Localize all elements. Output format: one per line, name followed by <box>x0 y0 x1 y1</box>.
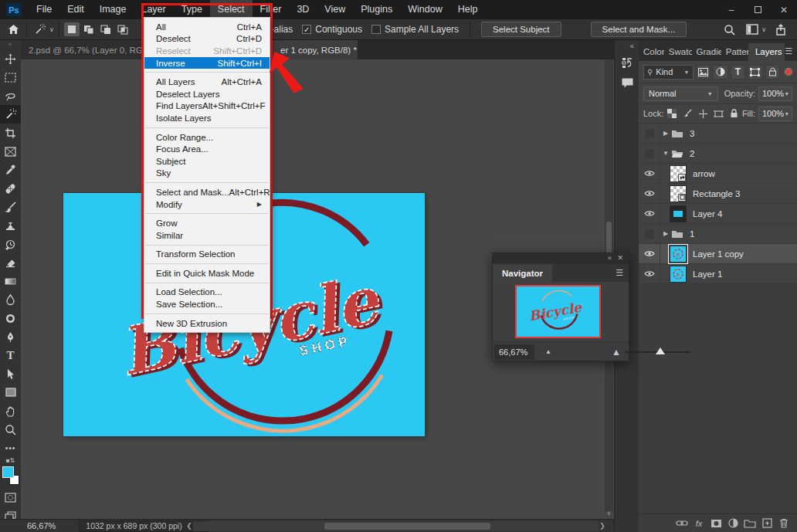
lasso-tool[interactable] <box>0 86 21 105</box>
menu-item-deselect-layers[interactable]: Deselect Layers <box>144 88 270 100</box>
add-layer-mask-icon[interactable] <box>707 517 724 530</box>
menu-item-grow[interactable]: Grow <box>144 217 270 229</box>
menu-item-select-and-mask[interactable]: Select and Mask...Alt+Ctrl+R <box>144 186 270 198</box>
group-expand-icon[interactable]: ▶ <box>660 130 671 137</box>
search-icon[interactable] <box>721 22 738 37</box>
lock-all-icon[interactable] <box>727 107 741 120</box>
menubar-3d[interactable]: 3D <box>289 0 317 19</box>
menubar-plugins[interactable]: Plugins <box>353 0 400 19</box>
menubar-edit[interactable]: Edit <box>59 0 92 19</box>
menu-item-save-selection[interactable]: Save Selection... <box>144 298 270 310</box>
tool-preset-chevron-icon[interactable]: ∨ <box>49 26 54 33</box>
clone-stamp-tool[interactable] <box>0 216 21 235</box>
menu-item-isolate-layers[interactable]: Isolate Layers <box>144 112 270 124</box>
layer-row-group-1[interactable]: ▶ 1 <box>639 224 797 244</box>
menu-item-edit-quick-mask[interactable]: Edit in Quick Mask Mode <box>144 267 270 280</box>
menubar-help[interactable]: Help <box>450 0 486 19</box>
hand-tool[interactable] <box>0 402 21 420</box>
comments-panel-icon[interactable] <box>619 74 636 91</box>
delete-layer-icon[interactable] <box>775 517 792 530</box>
zoom-in-icon[interactable]: ▲ <box>612 347 621 357</box>
filter-smart-objects-icon[interactable] <box>765 65 781 80</box>
layer-style-icon[interactable]: fx <box>690 517 707 530</box>
tab-color[interactable]: Color <box>639 43 664 61</box>
lock-position-icon[interactable] <box>696 107 710 120</box>
filter-adjustment-layers-icon[interactable] <box>713 65 728 80</box>
new-selection-mode-icon[interactable] <box>64 22 80 36</box>
quick-mask-mode-icon[interactable] <box>0 488 21 507</box>
lock-artboard-icon[interactable] <box>711 107 725 120</box>
navigator-zoom-slider[interactable] <box>625 351 690 353</box>
visibility-toggle[interactable] <box>639 144 660 164</box>
workspace-chevron-icon[interactable]: ∨ <box>761 26 766 33</box>
shape-tool[interactable] <box>0 383 21 402</box>
eyedropper-tool[interactable] <box>0 161 21 179</box>
layer-row-arrow[interactable]: arrow <box>639 164 797 184</box>
layer-thumbnail[interactable]: B <box>670 246 687 263</box>
contiguous-checkbox-box[interactable] <box>302 25 311 34</box>
menu-item-load-selection[interactable]: Load Selection... <box>144 286 270 299</box>
menubar-window[interactable]: Window <box>400 0 449 19</box>
select-subject-button[interactable]: Select Subject <box>481 22 561 37</box>
scroll-left-icon[interactable]: ❮ <box>185 521 193 531</box>
document-tab-1[interactable]: 2.psd @ 66,7% (Layer 0, RGB/8 <box>21 40 144 59</box>
layer-row-layer-4[interactable]: Layer 4 <box>639 204 797 224</box>
default-colors-icon[interactable]: ■⇅ <box>6 457 15 465</box>
sample-all-layers-checkbox-box[interactable] <box>371 25 381 34</box>
maximize-button[interactable] <box>744 0 771 19</box>
share-icon[interactable] <box>772 22 789 37</box>
tab-swatches[interactable]: Swatc <box>664 43 692 61</box>
blur-tool[interactable] <box>0 290 21 309</box>
adjustment-layer-icon[interactable] <box>724 517 741 530</box>
visibility-toggle[interactable] <box>639 124 660 144</box>
layer-thumbnail[interactable] <box>670 205 687 222</box>
zoom-out-icon[interactable]: ▲ <box>545 348 551 355</box>
fill-dropdown[interactable]: 100% ▼ <box>758 107 792 121</box>
visibility-toggle[interactable] <box>639 184 660 204</box>
toolbar-grip-icon[interactable]: » <box>8 40 12 49</box>
menu-item-color-range[interactable]: Color Range... <box>144 131 270 144</box>
layer-thumbnail[interactable] <box>670 185 687 202</box>
tab-patterns[interactable]: Patter <box>721 43 748 61</box>
scroll-down-icon[interactable]: ∨ <box>605 508 613 519</box>
workspace-switcher-icon[interactable] <box>744 22 761 37</box>
menu-item-modify[interactable]: Modify▶ <box>144 198 270 211</box>
menubar-file[interactable]: File <box>29 0 59 19</box>
close-panel-icon[interactable]: ✕ <box>617 254 623 262</box>
visibility-toggle[interactable] <box>639 244 660 264</box>
lock-transparency-icon[interactable] <box>665 107 679 120</box>
add-to-selection-mode-icon[interactable] <box>81 22 97 36</box>
layer-thumbnail[interactable] <box>670 165 687 182</box>
menu-item-all-layers[interactable]: All LayersAlt+Ctrl+A <box>144 76 270 88</box>
visibility-toggle[interactable] <box>639 224 660 244</box>
close-button[interactable]: ✕ <box>771 0 797 19</box>
layer-row-group-2[interactable]: ▼ 2 <box>639 144 797 164</box>
healing-brush-tool[interactable] <box>0 179 21 198</box>
foreground-color-swatch[interactable] <box>2 466 14 478</box>
layer-row-group-3[interactable]: ▶ 3 <box>639 124 797 144</box>
navigator-zoom-slider-thumb[interactable] <box>656 347 665 354</box>
opacity-dropdown[interactable]: 100% ▼ <box>758 86 792 101</box>
visibility-toggle[interactable] <box>639 164 660 184</box>
menubar-view[interactable]: View <box>317 0 353 19</box>
tab-layers[interactable]: Layers <box>748 43 785 61</box>
path-selection-tool[interactable] <box>0 364 21 383</box>
minimize-button[interactable]: – <box>718 0 744 19</box>
move-tool[interactable] <box>0 49 21 68</box>
intersect-selection-mode-icon[interactable] <box>115 22 131 36</box>
link-layers-icon[interactable] <box>673 517 690 530</box>
horizontal-scrollbar-thumb[interactable] <box>324 523 490 530</box>
home-icon[interactable] <box>5 22 22 37</box>
menubar-image[interactable]: Image <box>92 0 134 19</box>
contiguous-checkbox[interactable]: Contiguous <box>302 24 362 35</box>
group-expand-icon[interactable]: ▶ <box>660 230 671 237</box>
expand-panels-icon[interactable]: « <box>629 42 634 50</box>
menu-item-focus-area[interactable]: Focus Area... <box>144 143 270 155</box>
navigator-zoom-input[interactable]: 66,67% <box>494 344 534 360</box>
new-layer-icon[interactable] <box>758 517 775 530</box>
navigator-proxy-view[interactable]: Bicycle SHOP <box>515 285 601 338</box>
lock-pixels-icon[interactable] <box>680 107 694 120</box>
frame-tool[interactable] <box>0 142 21 161</box>
dodge-tool[interactable] <box>0 309 21 327</box>
menu-item-sky[interactable]: Sky <box>144 168 270 180</box>
